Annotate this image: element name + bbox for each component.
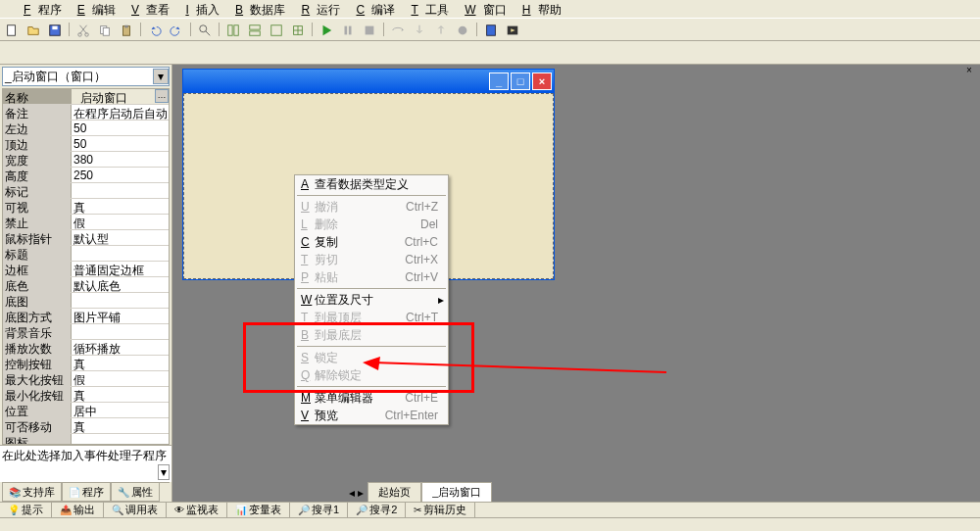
prop-row[interactable]: 播放次数循环播放 <box>3 340 169 356</box>
prop-value[interactable]: 循环播放 <box>72 340 169 355</box>
context-menu-item[interactable]: W位置及尺寸▸ <box>295 291 448 309</box>
tb-redo[interactable] <box>167 21 186 40</box>
tb-t4[interactable] <box>288 21 308 40</box>
prop-row[interactable]: 底色默认底色 <box>3 277 169 293</box>
tb-paste[interactable] <box>117 21 136 40</box>
status-tab[interactable]: 📤输出 <box>52 503 104 517</box>
tb-cut[interactable] <box>74 21 93 40</box>
prop-value[interactable]: 250 <box>72 168 169 182</box>
prop-row[interactable]: 顶边50 <box>3 136 169 152</box>
prop-row[interactable]: 名称_启动窗口… <box>3 89 169 105</box>
tb-run[interactable] <box>317 21 336 40</box>
prop-value[interactable]: 假 <box>72 371 169 386</box>
prop-value[interactable] <box>72 324 169 339</box>
tb-t2[interactable] <box>245 21 265 40</box>
prop-row[interactable]: 高度250 <box>3 168 169 183</box>
status-tab[interactable]: 👁监视表 <box>167 503 227 517</box>
left-tab[interactable]: 🔧属性 <box>111 483 160 502</box>
menu-r[interactable]: R 运行 <box>293 0 344 18</box>
tb-new[interactable] <box>2 21 22 40</box>
prop-row[interactable]: 备注在程序启动后自动 <box>3 105 169 121</box>
maximize-button[interactable]: □ <box>511 72 530 90</box>
chevron-down-icon[interactable]: ▾ <box>153 69 169 84</box>
tb-open[interactable] <box>24 21 43 40</box>
prop-value[interactable] <box>72 183 169 198</box>
prop-value[interactable]: 默认型 <box>72 230 169 245</box>
status-tab[interactable]: 📊变量表 <box>227 503 290 517</box>
prop-value[interactable]: _启动窗口… <box>72 89 169 104</box>
tb-stepout[interactable] <box>431 21 451 40</box>
property-grid[interactable]: 名称_启动窗口…备注在程序启动后自动左边50顶边50宽度380高度250标记可视… <box>2 88 170 445</box>
prop-value[interactable]: 真 <box>72 199 169 214</box>
menu-f[interactable]: F 程序 <box>16 0 66 18</box>
status-tab[interactable]: 🔍调用表 <box>104 503 167 517</box>
prop-row[interactable]: 最大化按钮假 <box>3 371 169 387</box>
prop-dd[interactable]: … <box>155 89 169 103</box>
tb-stop[interactable] <box>360 21 379 40</box>
status-tab[interactable]: ✂剪辑历史 <box>406 503 475 517</box>
tb-pause[interactable] <box>338 21 358 40</box>
panel-close-icon[interactable]: × <box>966 65 976 74</box>
prop-value[interactable]: 真 <box>72 387 169 402</box>
tb-copy[interactable] <box>95 21 115 40</box>
prop-row[interactable]: 控制按钮真 <box>3 356 169 371</box>
prop-value[interactable] <box>72 246 169 261</box>
prop-value[interactable]: 普通固定边框 <box>72 262 169 276</box>
tb-undo[interactable] <box>145 21 165 40</box>
prop-value[interactable]: 图片平铺 <box>72 309 169 323</box>
tb-stepin[interactable] <box>410 21 429 40</box>
prop-row[interactable]: 可视真 <box>3 199 169 215</box>
context-menu-item[interactable]: V预览Ctrl+Enter <box>295 407 448 424</box>
menu-h[interactable]: H 帮助 <box>514 0 565 18</box>
editor-tab[interactable]: _启动窗口 <box>421 482 492 502</box>
status-tab[interactable]: 🔎搜寻2 <box>348 503 406 517</box>
tb-book[interactable] <box>481 21 501 40</box>
prop-row[interactable]: 图标 <box>3 434 169 445</box>
prop-row[interactable]: 鼠标指针默认型 <box>3 230 169 246</box>
tb-stepover[interactable] <box>388 21 408 40</box>
status-tab[interactable]: 💡提示 <box>0 503 52 517</box>
context-menu-item[interactable]: A查看数据类型定义 <box>295 175 448 193</box>
tb-find[interactable] <box>195 21 215 40</box>
prop-row[interactable]: 可否移动真 <box>3 418 169 434</box>
prop-value[interactable]: 居中 <box>72 403 169 417</box>
context-menu-item[interactable]: M菜单编辑器Ctrl+E <box>295 389 448 407</box>
tb-save[interactable] <box>45 21 65 40</box>
event-hint[interactable]: 在此处选择加入事件处理子程序 ▾ <box>0 445 172 482</box>
left-tab[interactable]: 📄程序 <box>62 483 111 502</box>
prop-row[interactable]: 左边50 <box>3 121 169 136</box>
prop-value[interactable]: 50 <box>72 136 169 151</box>
tb-bp[interactable] <box>453 21 472 40</box>
menu-b[interactable]: B 数据库 <box>227 0 289 18</box>
minimize-button[interactable]: _ <box>489 72 509 90</box>
tab-nav[interactable]: ◂ ▸ <box>345 484 368 502</box>
prop-row[interactable]: 背景音乐 <box>3 324 169 340</box>
context-menu-item[interactable]: C复制Ctrl+C <box>295 233 448 251</box>
prop-row[interactable]: 位置居中 <box>3 403 169 418</box>
prop-value[interactable]: 真 <box>72 418 169 433</box>
menu-c[interactable]: C 编译 <box>348 0 399 18</box>
prop-row[interactable]: 禁止假 <box>3 215 169 230</box>
prop-value[interactable]: 在程序启动后自动 <box>72 105 169 120</box>
tb-t3[interactable] <box>267 21 286 40</box>
menu-t[interactable]: T 工具 <box>403 0 453 18</box>
prop-row[interactable]: 边框普通固定边框 <box>3 262 169 277</box>
menu-e[interactable]: E 编辑 <box>70 0 120 18</box>
status-tab[interactable]: 🔎搜寻1 <box>290 503 348 517</box>
close-button[interactable]: × <box>532 72 552 90</box>
left-tab[interactable]: 📚支持库 <box>2 483 62 502</box>
prop-row[interactable]: 宽度380 <box>3 152 169 168</box>
prop-value[interactable] <box>72 293 169 308</box>
prop-value[interactable]: 真 <box>72 356 169 370</box>
menu-v[interactable]: V 查看 <box>123 0 173 18</box>
prop-value[interactable] <box>72 434 169 445</box>
prop-row[interactable]: 底图 <box>3 293 169 309</box>
menu-w[interactable]: W 窗口 <box>457 0 511 18</box>
tb-run2[interactable] <box>503 21 522 40</box>
prop-value[interactable]: 50 <box>72 121 169 135</box>
menu-i[interactable]: I 插入 <box>177 0 223 18</box>
editor-tab[interactable]: 起始页 <box>368 482 421 502</box>
prop-row[interactable]: 标记 <box>3 183 169 199</box>
object-combo[interactable]: _启动窗口（窗口） ▾ <box>2 67 170 86</box>
prop-value[interactable]: 380 <box>72 152 169 167</box>
